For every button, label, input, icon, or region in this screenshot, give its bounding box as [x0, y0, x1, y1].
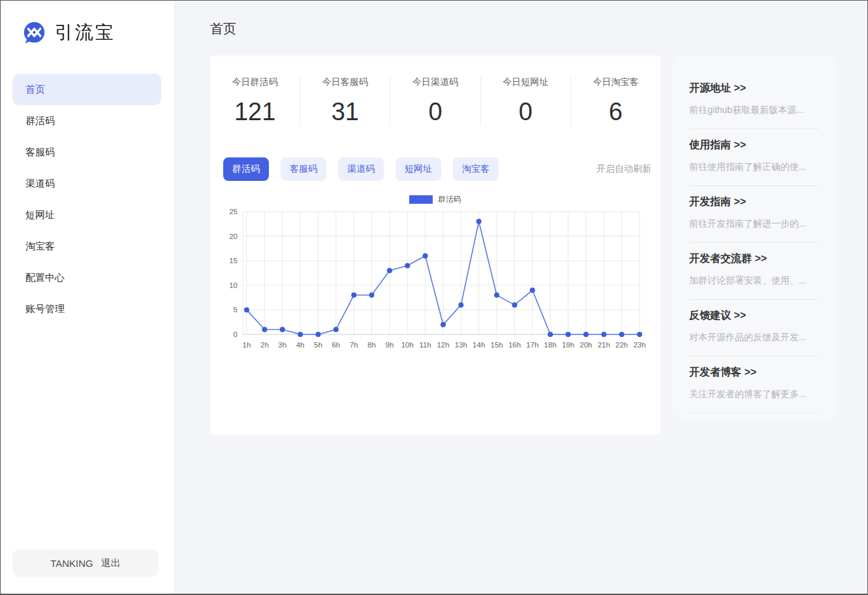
svg-text:14h: 14h — [473, 341, 485, 349]
sidebar-item-taobao[interactable]: 淘宝客 — [12, 231, 161, 262]
stat-value: 121 — [210, 98, 300, 126]
stat-label: 今日淘宝客 — [571, 76, 660, 88]
stat-short-url: 今日短网址 0 — [481, 76, 571, 126]
tab-taobao[interactable]: 淘宝客 — [453, 157, 499, 181]
data-point[interactable] — [530, 287, 535, 293]
sidebar-item-account[interactable]: 账号管理 — [12, 293, 161, 325]
sidebar-item-home[interactable]: 首页 — [12, 74, 161, 105]
main-area: 首页 今日群活码 121 今日客服码 31 今日渠道码 0 — [175, 1, 867, 594]
stat-value: 0 — [481, 98, 570, 126]
stat-label: 今日短网址 — [481, 76, 570, 88]
link-desc: 加群讨论部署安装、使用、... — [689, 275, 819, 287]
data-point[interactable] — [601, 332, 606, 337]
stats-row: 今日群活码 121 今日客服码 31 今日渠道码 0 今日短网址 0 — [210, 56, 660, 148]
link-item-dev-group[interactable]: 开发者交流群 >> 加群讨论部署安装、使用、... — [689, 243, 819, 300]
svg-text:20: 20 — [229, 233, 238, 240]
link-title[interactable]: 开发指南 >> — [689, 195, 819, 209]
data-point[interactable] — [619, 332, 625, 337]
logo: 引流宝 — [1, 1, 174, 45]
link-title[interactable]: 开发者交流群 >> — [689, 252, 819, 266]
data-point[interactable] — [405, 263, 410, 268]
svg-text:3h: 3h — [278, 341, 287, 349]
link-desc: 关注开发者的博客了解更多... — [689, 389, 819, 400]
line-chart: 1h2h3h4h5h6h7h8h9h10h11h12h13h14h15h16h1… — [210, 204, 660, 357]
svg-text:12h: 12h — [437, 341, 449, 349]
sidebar-item-group-code[interactable]: 群活码 — [12, 105, 161, 137]
data-point[interactable] — [244, 307, 249, 312]
svg-text:7h: 7h — [350, 341, 358, 349]
chart-tabs: 群活码 客服码 渠道码 短网址 淘宝客 — [223, 157, 499, 181]
stat-service-code: 今日客服码 31 — [300, 76, 390, 126]
link-desc: 前往使用指南了解正确的使... — [689, 161, 819, 173]
stat-value: 6 — [571, 98, 660, 126]
tab-short-url[interactable]: 短网址 — [395, 157, 441, 181]
link-title[interactable]: 使用指南 >> — [689, 138, 819, 152]
brand-name: 引流宝 — [55, 20, 116, 45]
app-window: 引流宝 首页 群活码 客服码 渠道码 短网址 淘宝客 配置中心 账号管理 TAN… — [0, 0, 868, 595]
data-point[interactable] — [316, 332, 321, 337]
link-item-source[interactable]: 开源地址 >> 前往github获取最新版本源... — [689, 72, 819, 129]
auto-refresh-toggle[interactable]: 开启自动刷新 — [597, 163, 651, 175]
data-point[interactable] — [566, 332, 571, 337]
data-point[interactable] — [423, 253, 428, 259]
data-point[interactable] — [476, 219, 482, 224]
sidebar-item-short-url[interactable]: 短网址 — [12, 199, 161, 231]
data-point[interactable] — [637, 332, 642, 337]
stat-value: 31 — [300, 98, 390, 126]
svg-text:9h: 9h — [386, 341, 394, 349]
sidebar-item-config[interactable]: 配置中心 — [12, 262, 161, 293]
svg-text:22h: 22h — [615, 341, 628, 349]
sidebar-item-channel-code[interactable]: 渠道码 — [12, 168, 161, 199]
data-point[interactable] — [494, 293, 499, 298]
data-point[interactable] — [458, 302, 463, 308]
svg-text:5: 5 — [234, 306, 238, 314]
sidebar-item-service-code[interactable]: 客服码 — [12, 137, 161, 168]
data-point[interactable] — [280, 327, 285, 332]
svg-text:0: 0 — [234, 330, 238, 338]
data-point[interactable] — [351, 293, 356, 298]
svg-text:17h: 17h — [526, 341, 538, 349]
svg-text:2h: 2h — [260, 341, 269, 349]
link-item-dev-blog[interactable]: 开发者博客 >> 关注开发者的博客了解更多... — [689, 357, 819, 413]
svg-text:11h: 11h — [419, 341, 431, 349]
data-point[interactable] — [262, 327, 267, 332]
logout-label[interactable]: 退出 — [101, 557, 121, 570]
stat-label: 今日客服码 — [300, 76, 390, 88]
chart-toolbar: 群活码 客服码 渠道码 短网址 淘宝客 开启自动刷新 — [210, 157, 660, 181]
stat-channel-code: 今日渠道码 0 — [390, 76, 480, 126]
link-title[interactable]: 反馈建议 >> — [689, 309, 819, 323]
link-item-dev-guide[interactable]: 开发指南 >> 前往开发指南了解进一步的... — [689, 186, 819, 243]
data-point[interactable] — [369, 293, 375, 298]
svg-text:18h: 18h — [544, 341, 557, 349]
svg-text:15: 15 — [229, 257, 238, 265]
user-logout-button[interactable]: TANKING 退出 — [12, 549, 159, 577]
tab-service-code[interactable]: 客服码 — [281, 157, 326, 181]
data-point[interactable] — [298, 332, 303, 337]
chart-legend[interactable]: 群活码 — [210, 195, 660, 204]
legend-label: 群活码 — [438, 194, 461, 205]
svg-text:23h: 23h — [633, 341, 645, 349]
link-title[interactable]: 开发者博客 >> — [689, 366, 819, 379]
svg-text:1h: 1h — [243, 341, 251, 349]
dashboard-card: 今日群活码 121 今日客服码 31 今日渠道码 0 今日短网址 0 — [210, 56, 660, 434]
brand-logo-icon — [22, 21, 46, 45]
link-desc: 对本开源作品的反馈及开发... — [689, 332, 819, 344]
tab-channel-code[interactable]: 渠道码 — [338, 157, 384, 181]
svg-text:16h: 16h — [508, 341, 521, 349]
link-item-feedback[interactable]: 反馈建议 >> 对本开源作品的反馈及开发... — [689, 300, 819, 357]
svg-text:10: 10 — [229, 281, 238, 289]
link-desc: 前往github获取最新版本源... — [689, 105, 819, 116]
tab-group-code[interactable]: 群活码 — [223, 157, 269, 181]
link-item-usage-guide[interactable]: 使用指南 >> 前往使用指南了解正确的使... — [689, 129, 819, 186]
data-point[interactable] — [548, 332, 553, 337]
stat-label: 今日群活码 — [210, 76, 300, 88]
data-point[interactable] — [583, 332, 589, 337]
data-point[interactable] — [512, 302, 518, 308]
data-point[interactable] — [333, 327, 339, 332]
stat-label: 今日渠道码 — [390, 76, 480, 88]
data-point[interactable] — [387, 268, 392, 273]
data-point[interactable] — [441, 322, 446, 327]
link-title[interactable]: 开源地址 >> — [689, 82, 819, 95]
link-desc: 前往开发指南了解进一步的... — [689, 218, 819, 230]
page-title: 首页 — [210, 20, 836, 38]
